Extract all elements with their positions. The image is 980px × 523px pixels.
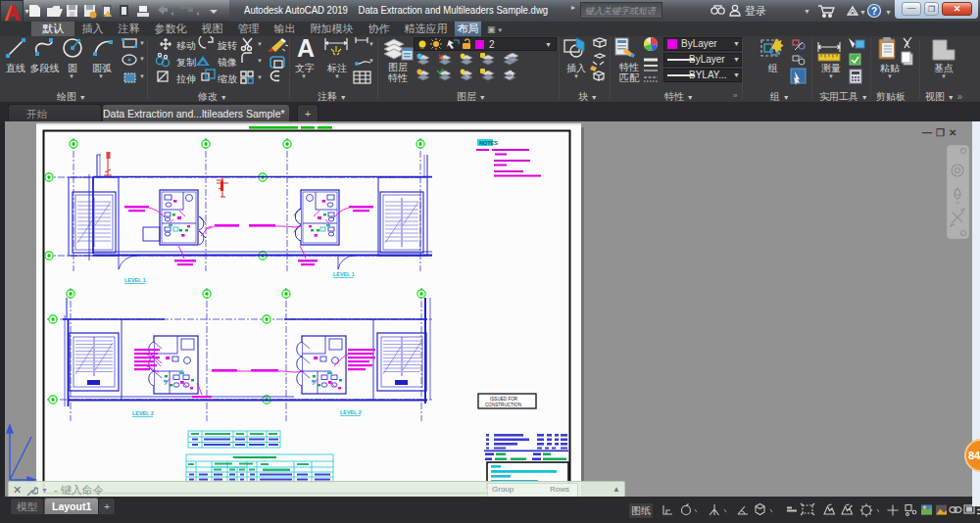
svg-text:LEVEL 1: LEVEL 1 xyxy=(333,271,355,277)
svg-text:▼: ▼ xyxy=(859,9,866,16)
svg-text:CONSTRUCTION: CONSTRUCTION xyxy=(485,403,521,407)
svg-text:▼: ▼ xyxy=(885,9,892,16)
svg-text:LEVEL 1: LEVEL 1 xyxy=(124,277,146,283)
svg-text:2: 2 xyxy=(489,39,495,50)
svg-text:登录: 登录 xyxy=(745,5,766,17)
svg-text:ISSUED FOR: ISSUED FOR xyxy=(490,397,518,402)
svg-text:LEVEL 2: LEVEL 2 xyxy=(132,410,154,416)
svg-text:NOTES: NOTES xyxy=(479,140,498,146)
svg-text:LEVEL 2: LEVEL 2 xyxy=(340,409,362,415)
svg-text:?: ? xyxy=(871,6,877,17)
